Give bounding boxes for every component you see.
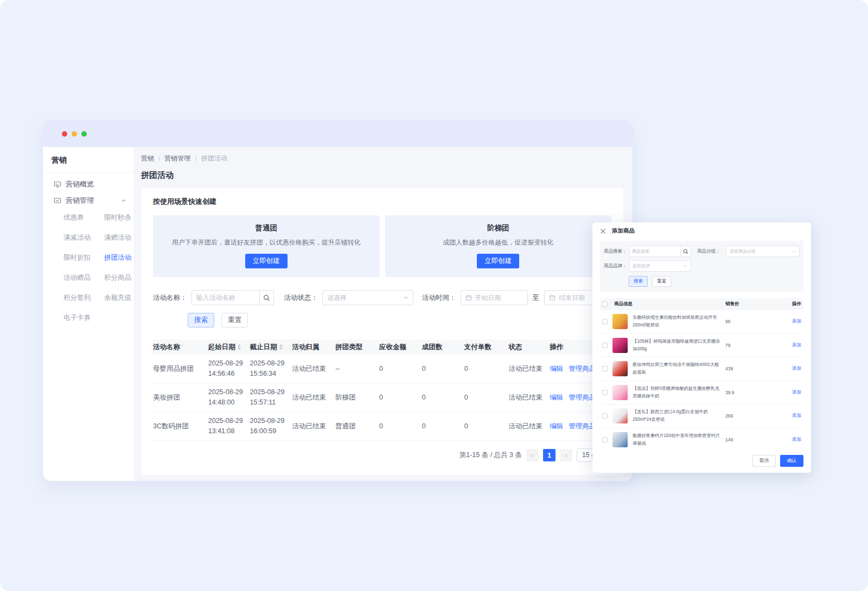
edit-link[interactable]: 编辑 (550, 393, 563, 402)
row-checkbox[interactable] (602, 413, 608, 419)
product-thumbnail (612, 361, 628, 376)
column-header: 活动归属 (292, 343, 335, 352)
select-placeholder: 选择商品分组 (730, 248, 756, 254)
search-icon[interactable] (260, 290, 274, 305)
manage-products-link[interactable]: 管理商品 (569, 393, 596, 402)
row-checkbox[interactable] (602, 343, 608, 348)
sidebar-item-group-buy[interactable]: 拼团活动 (104, 248, 134, 268)
sidebar-item-points-goods[interactable]: 积分商品 (104, 268, 134, 288)
chevron-up-icon[interactable] (121, 198, 126, 203)
sidebar-item-full-gift[interactable]: 满赠活动 (104, 228, 134, 248)
group-count: 0 (422, 422, 464, 430)
start-date-input[interactable]: 开始日期 (461, 290, 528, 305)
search-button[interactable]: 搜索 (188, 313, 214, 327)
prev-page-button[interactable]: ‹ (526, 449, 539, 461)
next-page-button[interactable]: › (560, 449, 572, 461)
sidebar-item-coupon[interactable]: 优惠券 (63, 208, 104, 228)
sidebar-item-overview[interactable]: 营销概览 (43, 173, 134, 189)
column-header-sortable[interactable]: 起始日期 (208, 343, 250, 352)
date-placeholder: 开始日期 (475, 293, 501, 303)
sidebar-item-flash-sale[interactable]: 限时秒杀 (104, 208, 134, 228)
add-product-link[interactable]: 添加 (778, 342, 801, 349)
traffic-light-minimize[interactable] (72, 131, 77, 137)
sidebar-item-manage[interactable]: 营销管理 (43, 189, 134, 205)
column-header: 销售价 (725, 301, 778, 307)
row-checkbox[interactable] (602, 390, 608, 395)
activity-table: 活动名称 起始日期 截止日期 活动归属 拼团类型 应收金额 (153, 339, 611, 441)
breadcrumb-item[interactable]: 营销 (141, 154, 154, 163)
sidebar-item-balance-recharge[interactable]: 余额充值 (104, 288, 134, 308)
activity-name-input[interactable] (192, 290, 260, 305)
sidebar-item-e-card[interactable]: 电子卡券 (63, 308, 104, 328)
product-group-select[interactable]: 选择商品分组 (726, 246, 800, 257)
create-now-button[interactable]: 立即创建 (477, 254, 519, 268)
manage-products-link[interactable]: 管理商品 (569, 364, 596, 374)
reset-button[interactable]: 重置 (221, 313, 248, 327)
create-now-button[interactable]: 立即创建 (245, 254, 288, 268)
product-row: 【送礼】新西兰进口4.0g蛋白全脂牛奶250ml*24盒整箱 269 添加 (600, 404, 803, 428)
breadcrumb-current: 拼团活动 (201, 154, 227, 163)
traffic-light-close[interactable] (62, 131, 67, 137)
search-icon[interactable] (681, 246, 691, 257)
row-checkbox[interactable] (602, 366, 608, 371)
card-title: 普通团 (169, 223, 363, 233)
add-product-link[interactable]: 添加 (778, 436, 801, 443)
modal-title: 添加商品 (612, 227, 635, 235)
breadcrumb-item[interactable]: 营销管理 (164, 154, 190, 163)
add-product-link[interactable]: 添加 (778, 365, 801, 372)
activity-belong: 活动已结束 (292, 422, 335, 431)
close-icon[interactable] (600, 228, 606, 234)
content-card: 按使用场景快速创建 普通团 用户下单开团后，邀请好友拼团，以优惠价格购买，提升店… (141, 188, 623, 475)
pay-count: 0 (464, 394, 509, 401)
page-title: 拼团活动 (141, 170, 623, 181)
product-brand-select[interactable]: 选择品牌 (629, 260, 691, 272)
manage-products-link[interactable]: 管理商品 (569, 422, 596, 431)
sidebar-item-activity-gift[interactable]: 活动赠品 (63, 268, 104, 288)
status-text: 活动已结束 (508, 364, 550, 374)
product-search-input[interactable] (629, 246, 681, 257)
select-all-checkbox[interactable] (602, 301, 608, 307)
product-thumbnail (612, 408, 628, 423)
add-product-link[interactable]: 添加 (778, 413, 801, 419)
sidebar-item-full-reduction[interactable]: 满减活动 (63, 228, 104, 248)
sort-icon[interactable] (279, 344, 283, 350)
start-date: 2025-08-29 (208, 359, 243, 367)
add-product-link[interactable]: 添加 (778, 389, 801, 396)
product-thumbnail (612, 338, 628, 353)
calendar-icon (465, 294, 472, 301)
status-text: 活动已结束 (508, 393, 550, 402)
modal-search-button[interactable]: 搜索 (629, 276, 648, 287)
select-placeholder: 请选择 (327, 293, 347, 303)
date-range-to-label: 至 (533, 293, 540, 303)
calendar-icon (549, 294, 556, 301)
page-number-button[interactable]: 1 (543, 449, 556, 461)
modal-reset-button[interactable]: 重置 (652, 276, 671, 287)
add-product-modal: 添加商品 商品搜索： 商品分组： 选择商品分组 (592, 222, 811, 473)
column-header-sortable[interactable]: 截止日期 (250, 343, 292, 352)
sidebar-title: 营销 (43, 147, 134, 173)
edit-link[interactable]: 编辑 (550, 364, 563, 374)
page-background: 营销 营销概览 营销管理 优惠券 (0, 0, 868, 591)
activity-status-select[interactable]: 请选择 (322, 290, 413, 305)
filter-bar: 活动名称： 活动状态： 请选择 (153, 290, 611, 305)
activity-belong: 活动已结束 (292, 364, 335, 374)
card-description: 成团人数越多价格越低，促进裂变转化 (401, 238, 596, 247)
row-checkbox[interactable] (602, 319, 608, 324)
product-name: 【送礼】新西兰进口4.0g蛋白全脂牛奶250ml*24盒整箱 (633, 408, 725, 423)
table-row: 美妆拼团 2025-08-2914:48:00 2025-08-2915:57:… (153, 383, 611, 412)
amount: 0 (379, 422, 422, 430)
column-header-label: 截止日期 (250, 343, 277, 352)
row-checkbox[interactable] (602, 437, 608, 442)
confirm-button[interactable]: 确认 (780, 455, 803, 467)
traffic-light-zoom[interactable] (81, 131, 87, 137)
sidebar-item-time-discount[interactable]: 限时折扣 (63, 248, 104, 268)
start-time: 14:48:00 (208, 399, 235, 406)
table-row: 3C数码拼团 2025-08-2913:41:08 2025-08-2916:0… (153, 412, 611, 441)
sidebar: 营销 营销概览 营销管理 优惠券 (43, 147, 135, 481)
cancel-button[interactable]: 取消 (752, 455, 776, 467)
add-product-link[interactable]: 添加 (778, 318, 801, 325)
column-header: 活动名称 (153, 343, 208, 352)
sort-icon[interactable] (238, 344, 241, 350)
sidebar-item-points-signin[interactable]: 积分签到 (63, 288, 104, 308)
edit-link[interactable]: 编辑 (550, 422, 563, 431)
